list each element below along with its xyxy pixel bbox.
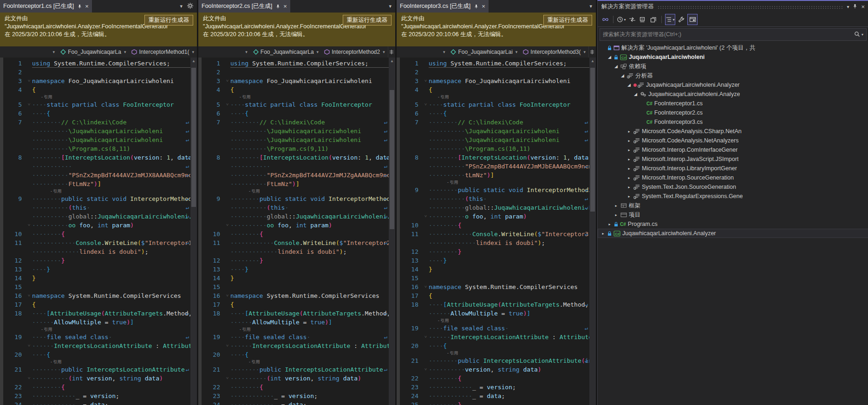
tree-item[interactable]: ▸aMicrosoft.CodeAnalysis.CSharp.NetAn — [598, 127, 868, 136]
properties-wrench-icon[interactable] — [677, 14, 686, 25]
tree-item-label: 依赖项 — [629, 63, 646, 71]
tree-item[interactable]: ◢JuqawhicaqarLairciwholeni.Analyze — [598, 90, 868, 99]
solution-explorer-title-bar[interactable]: 解决方案资源管理器 ▾ × — [598, 1, 868, 13]
search-input[interactable]: 搜索解决方案资源管理器(Ctrl+;) ▾ — [600, 28, 867, 41]
svg-text:a: a — [634, 131, 636, 134]
file-nesting-icon[interactable]: ▾ — [665, 14, 675, 25]
close-icon[interactable]: × — [85, 3, 89, 9]
tree-item[interactable]: ◢a分析器 — [598, 71, 868, 80]
tree-item[interactable]: ◢C#JuqawhicaqarLairciwholeni — [598, 52, 868, 62]
close-icon[interactable]: × — [482, 3, 485, 9]
expander-closed-icon[interactable]: ▸ — [627, 148, 632, 152]
scrollbar-thumb[interactable] — [590, 68, 595, 212]
pin-icon[interactable] — [77, 4, 82, 9]
tree-item[interactable]: ▸aMicrosoft.Interop.SourceGeneration — [598, 173, 868, 182]
type-dropdown[interactable]: Foo_JuqawhicaqarLai▾ — [448, 46, 520, 58]
tree-item[interactable]: C#FooInterceptor3.cs — [598, 117, 868, 127]
project-dropdown[interactable]: ▾ — [198, 46, 250, 58]
tree-item[interactable]: ▸aMicrosoft.CodeAnalysis.NetAnalyzers — [598, 136, 868, 145]
expander-open-icon[interactable]: ◢ — [613, 64, 619, 69]
expander-closed-icon[interactable]: ▸ — [627, 176, 632, 180]
scrollbar-thumb[interactable] — [191, 68, 196, 207]
tree-item[interactable]: C#FooInterceptor1.cs — [598, 99, 868, 108]
expander-closed-icon[interactable]: ▸ — [613, 213, 619, 217]
chevron-down-icon[interactable]: ▾ — [589, 3, 592, 9]
split-editor-handle-icon[interactable] — [388, 46, 395, 58]
tree-item[interactable]: ▸项目 — [598, 210, 868, 219]
expander-closed-icon[interactable]: ▸ — [613, 204, 619, 208]
tree-item[interactable]: ▸aSystem.Text.Json.SourceGeneration — [598, 182, 868, 192]
pin-icon[interactable] — [474, 4, 478, 9]
member-dropdown[interactable]: InterceptorMethod3(▾ — [520, 46, 588, 58]
member-dropdown[interactable]: InterceptorMethod2▾ — [321, 46, 388, 58]
pin-icon[interactable] — [275, 4, 280, 9]
code-editor[interactable]: 1using System.Runtime.CompilerServices;2… — [397, 58, 596, 405]
chevron-down-icon[interactable]: ▾ — [847, 4, 849, 9]
expander-open-icon[interactable]: ◢ — [627, 83, 632, 87]
gear-icon[interactable] — [187, 3, 193, 10]
expander-open-icon[interactable]: ◢ — [620, 73, 625, 78]
split-editor-handle-icon[interactable] — [588, 46, 596, 58]
analyzers-icon: a — [633, 175, 640, 180]
member-dropdown[interactable]: InterceptorMethod1(▾ — [129, 46, 197, 58]
tree-item[interactable]: 解决方案 'JuqawhicaqarLairciwholeni' (2 个项目，… — [598, 43, 868, 52]
type-name: Foo_JuqawhicaqarLai — [458, 49, 512, 55]
expander-closed-icon[interactable]: ▸ — [627, 139, 632, 143]
expander-open-icon[interactable]: ◢ — [607, 55, 612, 59]
tree-item[interactable]: ▸框架 — [598, 201, 868, 210]
close-icon[interactable]: × — [283, 3, 287, 9]
expander-closed-icon[interactable]: ▸ — [627, 157, 632, 161]
expander-closed-icon[interactable]: ▸ — [607, 222, 612, 226]
scroll-up-arrow-icon[interactable]: ▲ — [389, 58, 395, 63]
switch-views-icon[interactable] — [600, 14, 610, 25]
tab-fooInterceptor2[interactable]: FooInterceptor2.cs [已生成] × — [198, 0, 290, 13]
scroll-up-arrow-icon[interactable]: ▲ — [589, 58, 596, 63]
pin-icon[interactable] — [853, 4, 857, 10]
tree-item[interactable]: ▸C#Program.cs — [598, 219, 868, 229]
search-icon[interactable] — [854, 31, 860, 39]
project-dropdown[interactable]: ▾ — [0, 46, 58, 58]
preview-selected-items-icon[interactable] — [687, 14, 698, 25]
rerun-generator-button[interactable]: 重新运行生成器 — [543, 15, 593, 26]
vertical-scrollbar[interactable]: ▲ — [190, 58, 197, 405]
scroll-up-arrow-icon[interactable]: ▲ — [190, 58, 197, 63]
tree-item[interactable]: C#FooInterceptor2.cs — [598, 108, 868, 117]
project-dropdown[interactable]: ▾ — [397, 46, 448, 58]
tab-fooInterceptor1[interactable]: FooInterceptor1.cs [已生成] × — [0, 0, 92, 13]
tree-item[interactable]: ▸aMicrosoft.Interop.JavaScript.JSImport — [598, 154, 868, 164]
type-dropdown[interactable]: Foo_JuqawhicaqarLa▾ — [58, 46, 129, 58]
drag-grip[interactable] — [658, 6, 843, 9]
tree-item[interactable]: ▸aSystem.Text.RegularExpressions.Gene — [598, 192, 868, 201]
rerun-generator-button[interactable]: 重新运行生成器 — [144, 15, 194, 26]
chevron-down-icon[interactable]: ▾ — [861, 32, 863, 37]
code-line: ˅··········oo foo, int param) — [202, 221, 389, 230]
expander-closed-icon[interactable]: ▸ — [627, 185, 632, 189]
tree-item[interactable]: ▸C#JuqawhicaqarLairciwholeni.Analyzer — [598, 229, 868, 238]
pending-changes-filter-icon[interactable]: ▾ — [617, 14, 626, 25]
close-icon[interactable]: × — [861, 3, 865, 10]
sync-with-active-document-icon[interactable] — [627, 14, 637, 25]
collapse-all-icon[interactable] — [638, 14, 647, 25]
expander-closed-icon[interactable]: ▸ — [627, 167, 632, 171]
show-all-files-icon[interactable] — [649, 14, 658, 25]
scrollbar-thumb[interactable] — [390, 90, 394, 229]
tab-fooInterceptor3[interactable]: FooInterceptor3.cs [已生成] × — [397, 0, 489, 13]
chevron-down-icon[interactable]: ▾ — [180, 3, 183, 9]
lock-icon — [607, 231, 612, 236]
rerun-generator-button[interactable]: 重新运行生成器 — [343, 15, 392, 26]
tree-item-label: 框架 — [629, 202, 640, 210]
expander-closed-icon[interactable]: ▸ — [600, 231, 606, 236]
expander-closed-icon[interactable]: ▸ — [627, 129, 632, 134]
tree-item[interactable]: ▸aMicrosoft.Interop.ComInterfaceGener — [598, 145, 868, 154]
code-editor[interactable]: 1using System.Runtime.CompilerServices;2… — [198, 58, 395, 405]
tree-item[interactable]: ◢aJuqawhicaqarLairciwholeni.Analyzer — [598, 80, 868, 90]
expander-open-icon[interactable]: ◢ — [633, 92, 638, 96]
type-dropdown[interactable]: Foo_JuqawhicaqarLa▾ — [250, 46, 321, 58]
vertical-scrollbar[interactable]: ▲ — [589, 58, 596, 405]
tree-item[interactable]: ▸aMicrosoft.Interop.LibraryImportGener — [598, 164, 868, 173]
tree-item[interactable]: ◢依赖项 — [598, 62, 868, 71]
chevron-down-icon[interactable]: ▾ — [389, 3, 392, 9]
vertical-scrollbar[interactable]: ▲ — [389, 58, 395, 405]
expander-closed-icon[interactable]: ▸ — [627, 194, 632, 199]
code-editor[interactable]: 1using System.Runtime.CompilerServices;2… — [0, 58, 197, 405]
